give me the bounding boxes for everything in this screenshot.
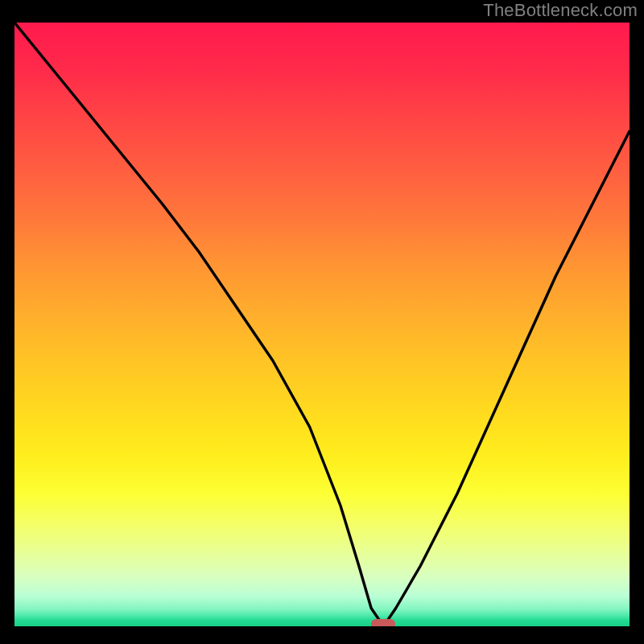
plot-area <box>14 23 630 626</box>
bottleneck-curve-path <box>14 23 630 626</box>
curve-svg <box>14 23 630 626</box>
chart-frame: TheBottleneck.com <box>0 0 644 644</box>
watermark-text: TheBottleneck.com <box>483 0 638 21</box>
optimum-marker <box>371 619 395 626</box>
